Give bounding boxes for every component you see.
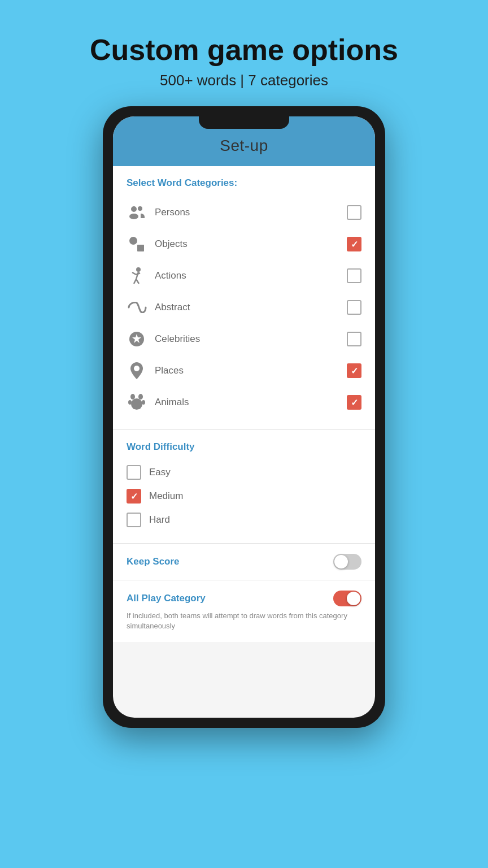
svg-point-15 [138, 394, 143, 400]
svg-point-5 [136, 267, 141, 272]
page-title: Custom game options [90, 34, 398, 66]
animals-checkbox[interactable] [347, 395, 361, 410]
page-header: Custom game options 500+ words | 7 categ… [90, 0, 398, 89]
svg-line-10 [136, 279, 139, 284]
all-play-section: All Play Category If included, both team… [113, 580, 375, 641]
category-row-places: Places [127, 355, 361, 387]
svg-rect-4 [137, 245, 144, 251]
actions-checkbox[interactable] [347, 268, 361, 283]
objects-label: Objects [155, 238, 347, 250]
keep-score-label: Keep Score [127, 556, 333, 567]
phone-notch [199, 116, 289, 129]
celebrities-checkbox[interactable] [347, 332, 361, 346]
svg-point-19 [133, 406, 136, 409]
persons-checkbox[interactable] [347, 205, 361, 220]
category-row-persons: Persons [127, 197, 361, 228]
animals-label: Animals [155, 397, 347, 408]
page-subtitle: 500+ words | 7 categories [90, 72, 398, 89]
actions-label: Actions [155, 270, 347, 281]
svg-point-1 [129, 214, 138, 219]
medium-checkbox[interactable] [127, 489, 141, 504]
keep-score-row: Keep Score [113, 544, 375, 580]
abstract-checkbox[interactable] [347, 300, 361, 315]
places-icon [127, 361, 147, 381]
medium-label: Medium [149, 491, 183, 502]
actions-icon [127, 266, 147, 286]
difficulty-row-hard: Hard [127, 508, 361, 532]
svg-point-18 [131, 398, 142, 410]
svg-line-8 [136, 273, 140, 275]
svg-point-20 [137, 406, 141, 409]
all-play-row: All Play Category [127, 591, 361, 606]
category-row-animals: Animals [127, 387, 361, 418]
places-checkbox[interactable] [347, 363, 361, 378]
svg-line-6 [136, 272, 138, 279]
hard-label: Hard [149, 514, 170, 526]
difficulty-title: Word Difficulty [127, 441, 361, 453]
abstract-icon [127, 297, 147, 318]
abstract-label: Abstract [155, 302, 347, 313]
celebrities-label: Celebrities [155, 333, 347, 345]
svg-point-3 [129, 237, 137, 245]
persons-label: Persons [155, 207, 347, 218]
objects-checkbox[interactable] [347, 237, 361, 251]
category-row-objects: Objects [127, 228, 361, 260]
category-row-abstract: Abstract [127, 292, 361, 323]
all-play-label: All Play Category [127, 593, 333, 604]
svg-point-14 [130, 394, 135, 400]
screen-content: Select Word Categories: Persons [113, 166, 375, 641]
screen-title: Set-up [124, 137, 364, 155]
difficulty-row-easy: Easy [127, 461, 361, 484]
difficulty-section: Word Difficulty Easy Medium Hard [113, 430, 375, 544]
persons-icon [127, 202, 147, 223]
category-row-celebrities: Celebrities [127, 323, 361, 355]
all-play-knob [347, 592, 360, 605]
phone-screen: Set-up Select Word Categories: [113, 116, 375, 718]
animals-icon [127, 392, 147, 413]
easy-label: Easy [149, 467, 171, 478]
easy-checkbox[interactable] [127, 465, 141, 480]
svg-point-13 [134, 366, 140, 371]
difficulty-row-medium: Medium [127, 484, 361, 508]
keep-score-knob [334, 555, 348, 568]
objects-icon [127, 234, 147, 254]
celebrities-icon [127, 329, 147, 349]
phone-mockup: Set-up Select Word Categories: [103, 106, 385, 728]
svg-point-2 [138, 206, 142, 211]
keep-score-toggle[interactable] [333, 554, 361, 570]
categories-title: Select Word Categories: [127, 177, 361, 189]
category-row-actions: Actions [127, 260, 361, 292]
svg-point-0 [131, 206, 137, 212]
places-label: Places [155, 365, 347, 376]
all-play-toggle[interactable] [333, 591, 361, 606]
categories-section: Select Word Categories: Persons [113, 166, 375, 430]
hard-checkbox[interactable] [127, 513, 141, 527]
svg-line-7 [132, 272, 136, 275]
all-play-description: If included, both teams will attempt to … [127, 611, 361, 631]
